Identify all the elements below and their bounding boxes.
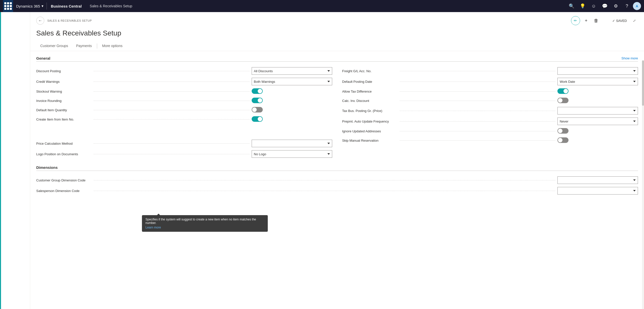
discount-posting-control: All Discounts Invoice Discounts Line Dis… — [252, 67, 332, 75]
user-avatar[interactable]: A — [633, 2, 641, 10]
dynamics365-chevron: ▾ — [42, 4, 44, 8]
top-navigation: Dynamics 365 ▾ Business Central Sales & … — [0, 0, 644, 12]
dimensions-section-header: Dimensions — [36, 165, 638, 171]
discount-posting-label: Discount Posting — [36, 69, 92, 73]
allow-tax-toggle[interactable] — [557, 88, 569, 94]
dotted-leader — [400, 140, 556, 141]
dotted-leader — [400, 91, 556, 92]
tab-separator — [97, 44, 97, 49]
prepmt-auto-row: Prepmt. Auto Update Frequency Never Dail… — [342, 116, 638, 127]
scrollbar-thumb[interactable] — [642, 60, 644, 106]
logo-position-select[interactable]: No Logo Left Center Right — [252, 150, 332, 158]
allow-tax-label: Allow Tax Difference — [342, 90, 398, 93]
search-button[interactable]: 🔍 — [566, 1, 577, 11]
dotted-leader — [94, 91, 250, 92]
general-left-column: Discount Posting All Discounts Invoice D… — [36, 66, 332, 159]
skip-manual-reservation-row: Skip Manual Reservation — [342, 136, 638, 145]
delete-button[interactable]: 🗑 — [592, 17, 600, 25]
edit-button[interactable]: ✏ — [571, 16, 580, 25]
invoice-rounding-control — [252, 98, 332, 104]
general-form-grid: Discount Posting All Discounts Invoice D… — [36, 66, 638, 159]
tax-bus-posting-select[interactable] — [557, 107, 638, 114]
page-header: ← SALES & RECEIVABLES SETUP ✏ + 🗑 ✓ SAVE… — [30, 12, 644, 51]
stockout-warning-control — [252, 88, 332, 95]
invoice-rounding-row: Invoice Rounding — [36, 96, 332, 105]
tab-more-options[interactable]: More options — [98, 41, 127, 51]
top-nav-right-icons: 🔍 💡 ☺ 💬 ⚙ ? A — [566, 1, 641, 11]
dotted-leader — [400, 71, 556, 71]
stockout-warning-toggle[interactable] — [252, 88, 263, 94]
ignore-updated-toggle[interactable] — [557, 128, 569, 134]
dotted-leader — [94, 110, 250, 110]
calc-inv-discount-control — [557, 98, 638, 104]
show-more-link[interactable]: Show more — [621, 56, 638, 60]
stockout-warning-label: Stockout Warning — [36, 90, 92, 93]
collapse-button[interactable]: ⤢ — [631, 17, 638, 24]
allow-tax-control — [557, 88, 638, 95]
credit-warnings-select[interactable]: Both Warnings Credit Limit Overdue Balan… — [252, 78, 332, 85]
comment-button[interactable]: 💬 — [600, 1, 610, 11]
price-calc-row: Price Calculation Method Lowest Price — [36, 138, 332, 149]
customer-group-dimension-row: Customer Group Dimension Code — [36, 175, 638, 185]
default-item-quantity-control — [252, 107, 332, 113]
add-button[interactable]: + — [582, 17, 590, 25]
settings-button[interactable]: ⚙ — [611, 1, 621, 11]
default-posting-date-select[interactable]: Work Date No Date Today — [557, 78, 638, 85]
freight-gl-row: Freight G/L Acc. No. — [342, 66, 638, 76]
price-calc-select[interactable]: Lowest Price — [252, 140, 332, 147]
ignore-updated-label: Ignore Updated Addresses — [342, 129, 398, 133]
tax-bus-posting-label: Tax Bus. Posting Gr. (Price) — [342, 109, 398, 113]
calc-inv-discount-row: Calc. Inv. Discount — [342, 96, 638, 105]
customer-group-dimension-select[interactable] — [557, 176, 638, 184]
credit-warnings-label: Credit Warnings — [36, 80, 92, 84]
dotted-leader — [94, 71, 250, 71]
tooltip-text: Specifies if the system will suggest to … — [145, 218, 264, 225]
create-item-toggle[interactable] — [252, 116, 263, 122]
default-item-quantity-toggle[interactable] — [252, 107, 263, 112]
logo-position-row: Logo Position on Documents No Logo Left … — [36, 149, 332, 159]
business-central-nav[interactable]: Business Central — [47, 0, 86, 12]
help-button[interactable]: ? — [622, 1, 632, 11]
smiley-button[interactable]: ☺ — [589, 1, 599, 11]
apps-menu-button[interactable] — [3, 0, 13, 12]
salesperson-dimension-label: Salesperson Dimension Code — [36, 189, 92, 193]
price-calc-control: Lowest Price — [252, 140, 332, 147]
prepmt-auto-label: Prepmt. Auto Update Frequency — [342, 120, 398, 123]
general-right-column: Freight G/L Acc. No. Default Posting Dat… — [342, 66, 638, 159]
tab-customer-groups[interactable]: Customer Groups — [36, 41, 72, 51]
freight-gl-select[interactable] — [557, 67, 638, 75]
dotted-leader — [94, 180, 555, 180]
default-item-quantity-label: Default Item Quantity — [36, 108, 92, 112]
freight-gl-label: Freight G/L Acc. No. — [342, 69, 398, 73]
calc-inv-discount-toggle[interactable] — [557, 98, 569, 103]
default-posting-date-control: Work Date No Date Today — [557, 78, 638, 85]
skip-manual-reservation-label: Skip Manual Reservation — [342, 139, 398, 142]
page-header-top: ← SALES & RECEIVABLES SETUP ✏ + 🗑 ✓ SAVE… — [36, 16, 638, 25]
dynamics365-nav[interactable]: Dynamics 365 ▾ — [13, 0, 47, 12]
dotted-leader — [400, 121, 556, 122]
invoice-rounding-toggle[interactable] — [252, 98, 263, 103]
discount-posting-select[interactable]: All Discounts Invoice Discounts Line Dis… — [252, 67, 332, 75]
ignore-updated-row: Ignore Updated Addresses — [342, 127, 638, 136]
logo-position-control: No Logo Left Center Right — [252, 150, 332, 158]
tab-payments[interactable]: Payments — [72, 41, 96, 51]
create-item-row: Create Item from Item No. — [36, 115, 332, 124]
calc-inv-discount-label: Calc. Inv. Discount — [342, 99, 398, 103]
ignore-updated-control — [557, 128, 638, 134]
logo-position-label: Logo Position on Documents — [36, 152, 92, 156]
scrollbar-track[interactable] — [642, 60, 644, 309]
dynamics365-label: Dynamics 365 — [16, 4, 40, 8]
lightbulb-button[interactable]: 💡 — [578, 1, 588, 11]
prepmt-auto-select[interactable]: Never Daily Weekly — [557, 118, 638, 125]
tooltip-learn-more[interactable]: Learn more — [145, 226, 264, 229]
back-button[interactable]: ← — [36, 17, 44, 25]
create-item-control — [252, 116, 332, 123]
salesperson-dimension-row: Salesperson Dimension Code — [36, 185, 638, 196]
dotted-leader — [94, 154, 250, 154]
tax-bus-posting-control — [557, 107, 638, 114]
skip-manual-reservation-toggle[interactable] — [557, 137, 569, 143]
salesperson-dimension-select[interactable] — [557, 187, 638, 195]
dimensions-section-title: Dimensions — [36, 165, 58, 170]
customer-group-dimension-label: Customer Group Dimension Code — [36, 178, 92, 182]
tooltip-popup: Specifies if the system will suggest to … — [142, 215, 268, 232]
